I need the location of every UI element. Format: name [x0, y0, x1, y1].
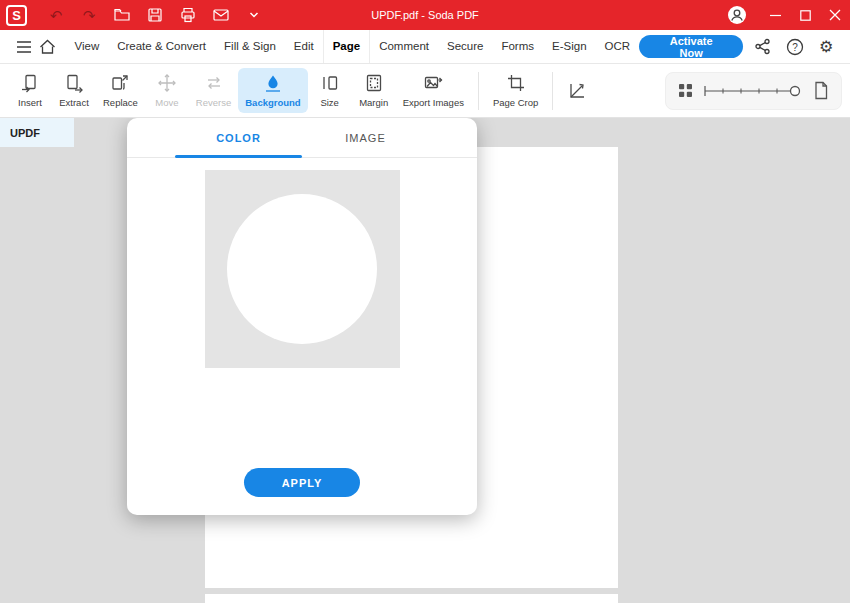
reverse-icon — [204, 73, 224, 93]
extract-icon — [64, 73, 84, 93]
tool-move: Move — [145, 68, 189, 113]
tool-label: Extract — [59, 97, 89, 108]
help-icon[interactable]: ? — [783, 35, 807, 59]
tool-page-crop[interactable]: Page Crop — [486, 68, 545, 113]
redo-icon: ↷ — [80, 6, 98, 24]
minimize-button[interactable] — [760, 0, 790, 30]
background-popup: COLOR IMAGE APPLY — [127, 118, 477, 515]
tool-extract[interactable]: Extract — [52, 68, 96, 113]
apply-button[interactable]: APPLY — [244, 468, 360, 497]
toolbar-separator — [552, 72, 553, 110]
deskew-icon — [567, 81, 587, 101]
tool-export-images[interactable]: Export Images — [396, 68, 471, 113]
menu-view[interactable]: View — [65, 30, 108, 63]
tool-label: Move — [155, 97, 178, 108]
menu-fill-sign[interactable]: Fill & Sign — [215, 30, 285, 63]
background-popup-tabs: COLOR IMAGE — [127, 118, 477, 158]
background-icon — [263, 73, 283, 93]
tool-insert[interactable]: Insert — [8, 68, 52, 113]
tool-label: Reverse — [196, 97, 231, 108]
margin-icon — [364, 73, 384, 93]
title-bar: S ↶ ↷ UPDF.pdf - Soda PDF — [0, 0, 850, 30]
tab-color-label: COLOR — [216, 132, 261, 144]
size-icon — [320, 73, 340, 93]
menu-bar: View Create & Convert Fill & Sign Edit P… — [0, 30, 850, 64]
undo-icon: ↶ — [47, 6, 65, 24]
tab-color[interactable]: COLOR — [175, 118, 302, 157]
menu-forms[interactable]: Forms — [492, 30, 543, 63]
page-view-icon[interactable] — [813, 81, 829, 100]
menu-edit[interactable]: Edit — [285, 30, 323, 63]
move-icon — [157, 73, 177, 93]
tool-label: Insert — [18, 97, 42, 108]
menu-comment[interactable]: Comment — [370, 30, 438, 63]
activate-now-button[interactable]: Activate Now — [639, 35, 743, 58]
replace-icon — [110, 73, 130, 93]
menu-secure[interactable]: Secure — [438, 30, 492, 63]
home-icon[interactable] — [36, 35, 60, 59]
tab-image[interactable]: IMAGE — [302, 118, 429, 157]
tool-replace[interactable]: Replace — [96, 68, 145, 113]
background-preview-circle — [227, 194, 377, 344]
svg-text:?: ? — [792, 41, 798, 52]
save-icon[interactable] — [146, 6, 164, 24]
page-toolbar: Insert Extract Replace Move Reverse — [0, 64, 850, 118]
soda-pdf-logo: S — [6, 5, 27, 26]
zoom-slider[interactable] — [703, 81, 803, 101]
menu-items: View Create & Convert Fill & Sign Edit P… — [65, 30, 639, 63]
document-area: UPDF COLOR — [0, 118, 850, 603]
tool-label: Export Images — [403, 97, 464, 108]
active-tab-underline — [175, 155, 302, 158]
insert-icon — [20, 73, 40, 93]
quick-actions: ↶ ↷ — [47, 6, 263, 24]
toolbar-separator — [478, 72, 479, 110]
tool-size[interactable]: Size — [308, 68, 352, 113]
pdf-page-next — [205, 594, 618, 603]
menu-ocr[interactable]: OCR — [596, 30, 640, 63]
more-actions-chevron-icon[interactable] — [245, 6, 263, 24]
tool-label: Margin — [359, 97, 388, 108]
page-crop-icon — [506, 73, 526, 93]
tool-deskew[interactable] — [560, 76, 594, 106]
grid-view-icon[interactable] — [678, 83, 693, 98]
menu-create-convert[interactable]: Create & Convert — [108, 30, 215, 63]
account-icon[interactable] — [722, 5, 752, 25]
share-icon[interactable] — [751, 35, 775, 59]
window-controls — [722, 0, 850, 30]
tool-label: Page Crop — [493, 97, 538, 108]
menu-page[interactable]: Page — [323, 30, 371, 63]
tool-margin[interactable]: Margin — [352, 68, 396, 113]
background-color-preview — [205, 170, 400, 368]
export-images-icon — [423, 73, 443, 93]
tab-image-label: IMAGE — [345, 132, 385, 144]
print-icon[interactable] — [179, 6, 197, 24]
soda-pdf-window: S ↶ ↷ UPDF.pdf - Soda PDF — [0, 0, 850, 603]
maximize-button[interactable] — [790, 0, 820, 30]
view-controls — [665, 72, 842, 110]
open-file-icon[interactable] — [113, 6, 131, 24]
tool-background[interactable]: Background — [238, 68, 307, 113]
tool-label: Size — [320, 97, 338, 108]
hamburger-menu-icon[interactable] — [12, 35, 36, 59]
tool-reverse: Reverse — [189, 68, 238, 113]
close-button[interactable] — [820, 0, 850, 30]
tool-label: Replace — [103, 97, 138, 108]
document-tab[interactable]: UPDF — [0, 118, 74, 147]
tool-label: Background — [245, 97, 300, 108]
menu-bar-right: Activate Now ? ⚙ — [639, 35, 838, 59]
email-icon[interactable] — [212, 6, 230, 24]
menu-esign[interactable]: E-Sign — [543, 30, 596, 63]
settings-gear-icon[interactable]: ⚙ — [814, 35, 838, 59]
